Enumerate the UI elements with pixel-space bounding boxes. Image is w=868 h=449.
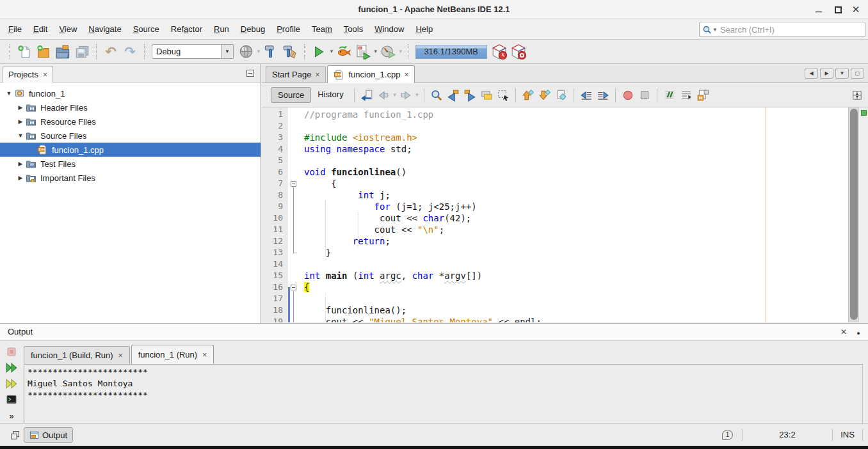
close-icon[interactable] [404,70,408,79]
minimize-window-icon[interactable] [854,324,863,342]
menu-file[interactable]: File [3,21,28,37]
restore-window-group-icon[interactable] [10,430,20,440]
memory-indicator[interactable]: 316.1/1390MB [415,45,487,59]
fold-toggle-icon[interactable] [291,181,296,187]
menu-run[interactable]: Run [208,21,235,37]
find-next-icon[interactable] [462,88,478,103]
projects-tree[interactable]: ▼funcion_1▶Header Files▶Resource Files▼S… [0,83,261,185]
collapse-arrow-icon[interactable]: ▼ [4,90,14,97]
tree-item-test-files[interactable]: ▶Test Files [0,157,261,171]
hotswap-fish-icon[interactable] [335,43,352,60]
split-document-icon[interactable] [849,88,865,103]
tree-item-resource-files[interactable]: ▶Resource Files [0,114,261,129]
menu-help[interactable]: Help [410,21,438,37]
search-input[interactable]: ▼ Search (Ctrl+I) [699,22,865,37]
configuration-select[interactable]: Debug ▼ [152,44,234,59]
close-icon[interactable] [118,351,123,360]
navigate-back-icon[interactable] [376,88,391,103]
menu-profile[interactable]: Profile [271,21,306,37]
close-icon[interactable] [848,0,864,19]
output-tab-funcion-1-build-run[interactable]: funcion_1 (Build, Run) [24,346,130,364]
shift-line-left-icon[interactable] [579,88,594,103]
close-icon[interactable] [202,351,207,359]
source-view-button[interactable]: Source [271,87,311,103]
stop-process-icon[interactable] [5,346,18,358]
last-edit-location-icon[interactable] [359,88,374,103]
go-to-header-icon[interactable] [695,88,711,103]
menu-team[interactable]: Team [306,21,338,37]
profile-clock-cube-icon[interactable] [491,43,508,60]
start-macro-recording-icon[interactable] [620,88,636,103]
toggle-highlight-icon[interactable] [479,88,494,103]
navigate-forward-icon[interactable] [398,88,414,103]
notifications-icon[interactable]: 1 [722,430,733,440]
chevron-down-icon[interactable]: ▼ [221,45,233,58]
maximize-icon[interactable] [830,0,846,19]
shift-line-right-icon[interactable] [595,88,611,103]
close-icon[interactable] [315,70,319,79]
scroll-tabs-left-icon[interactable]: ◀ [805,68,818,79]
rerun-icon[interactable] [5,362,18,374]
rectangular-selection-icon[interactable] [495,88,511,103]
terminal-icon[interactable] [5,394,18,406]
build-project-icon[interactable] [262,43,279,60]
find-previous-icon[interactable] [446,88,461,103]
run-dropdown-icon[interactable]: ▼ [329,49,334,54]
editor-tab-funcion-1-cpp[interactable]: funcion_1.cpp [327,65,415,83]
close-icon[interactable] [43,70,47,79]
close-icon[interactable] [837,324,850,340]
next-bookmark-icon[interactable] [537,88,552,103]
expand-arrow-icon[interactable]: ▶ [15,118,26,125]
tree-item-important-files[interactable]: ▶Important Files [0,171,261,185]
uncomment-lines-icon[interactable] [679,88,694,103]
editor-vertical-scrollbar[interactable] [848,107,858,322]
tree-item-funcion-1[interactable]: ▼funcion_1 [0,86,261,100]
rerun-with-args-icon[interactable] [5,378,18,390]
expand-arrow-icon[interactable]: ▶ [15,161,26,167]
minimize-icon[interactable] [810,0,827,19]
run-project-icon[interactable] [310,43,327,60]
code-editor[interactable]: 12345678910111213141516171819 //programa… [262,107,868,322]
document-list-icon[interactable]: ▼ [835,68,849,79]
clean-build-icon[interactable] [282,43,298,60]
new-file-icon[interactable] [16,43,33,60]
menu-view[interactable]: View [53,21,83,37]
tree-item-funcion-1-cpp[interactable]: funcion_1.cpp [0,143,261,157]
previous-bookmark-icon[interactable] [520,88,536,103]
menu-tools[interactable]: Tools [338,21,369,37]
output-window-button[interactable]: Output [24,427,73,443]
profile-stop-cube-icon[interactable] [510,43,527,60]
history-view-button[interactable]: History [311,87,350,103]
debug-project-icon[interactable] [355,43,371,60]
menu-navigate[interactable]: Navigate [83,21,127,37]
connect-globe-icon[interactable] [237,43,254,60]
redo-icon[interactable]: ↷ [122,43,138,60]
menu-debug[interactable]: Debug [235,21,271,37]
debug-dropdown-icon[interactable]: ▼ [373,49,378,54]
menu-source[interactable]: Source [127,21,165,37]
insert-mode-indicator[interactable]: INS [833,430,862,439]
output-tab-funcion-1-run[interactable]: funcion_1 (Run) [131,345,214,364]
projects-tab[interactable]: Projects [3,66,53,83]
expand-arrow-icon[interactable]: ▶ [15,104,26,111]
menu-window[interactable]: Window [369,21,410,37]
profile-project-icon[interactable] [380,43,396,60]
scroll-tabs-right-icon[interactable]: ▶ [820,68,833,79]
new-project-icon[interactable] [35,43,52,60]
undo-icon[interactable]: ↶ [102,43,119,60]
expand-arrow-icon[interactable]: ▶ [15,175,26,181]
output-console[interactable]: ************************Miguel Santos Mo… [24,364,863,424]
editor-tab-start-page[interactable]: Start Page [266,66,326,83]
maximize-editor-icon[interactable]: ▢ [851,68,864,79]
open-project-icon[interactable] [54,43,71,60]
stop-macro-recording-icon[interactable] [637,88,652,103]
menu-refactor[interactable]: Refactor [165,21,208,37]
toggle-bookmark-icon[interactable] [554,88,569,103]
save-all-icon[interactable] [74,43,90,60]
menu-edit[interactable]: Edit [28,21,53,37]
error-stripe[interactable] [858,107,868,322]
search-dropdown-icon[interactable]: ▼ [712,27,718,33]
fold-toggle-icon[interactable] [291,285,296,290]
minimize-panel-icon[interactable] [246,70,254,77]
collapse-arrow-icon[interactable]: ▼ [15,132,26,139]
